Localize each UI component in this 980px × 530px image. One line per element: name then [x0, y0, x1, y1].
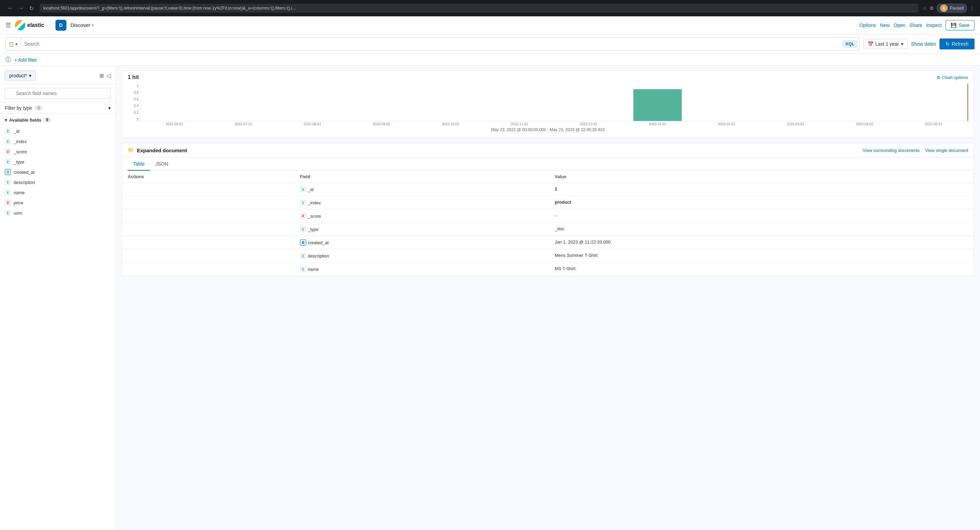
save-icon: 💾 — [951, 22, 956, 28]
y-label-1: 1 — [128, 84, 138, 88]
col-value: Value — [549, 171, 974, 183]
expanded-doc-header: 📁 Expanded document View surrounding doc… — [122, 143, 974, 158]
x-label-5: 2022-11-01 — [485, 122, 554, 126]
bar-col-9 — [761, 84, 830, 121]
sidebar-icons: ⊞ ◁ — [99, 73, 111, 79]
content-area: 1 hit ⚙ Chart options 1 0.8 0.6 0.4 0.2 … — [116, 66, 980, 530]
expanded-doc-title: 📁 Expanded document — [128, 147, 187, 153]
field-item-_score[interactable]: #_score — [0, 146, 115, 157]
available-fields-label: ▾ Available fields 9 — [5, 117, 51, 123]
refresh-button[interactable]: ↻ Refresh — [939, 38, 975, 49]
field-type-badge: t — [5, 179, 11, 185]
field-cell: # _score — [294, 210, 549, 223]
field-name: uom — [14, 210, 22, 216]
y-label-06: 0.6 — [128, 97, 138, 101]
app-name-label: Discover — [70, 22, 90, 28]
collapse-fields-icon[interactable]: ▾ — [5, 118, 7, 123]
field-name-cell: name — [308, 267, 319, 272]
x-label-0: 2022-06-01 — [140, 122, 209, 126]
url-bar[interactable] — [40, 4, 918, 13]
tab-table[interactable]: Table — [128, 158, 150, 171]
action-cell — [122, 210, 294, 223]
field-name: _type — [14, 159, 24, 164]
search-fields-input[interactable] — [5, 88, 111, 99]
chart-options-button[interactable]: ⚙ Chart options — [936, 75, 968, 80]
field-item-_id[interactable]: t_id — [0, 126, 115, 136]
hit-count: 1 hit — [128, 74, 139, 80]
field-cell: 🗓 created_at — [294, 236, 549, 249]
field-item-created_at[interactable]: 🗓created_at — [0, 167, 115, 177]
new-button[interactable]: New — [880, 22, 889, 28]
doc-tabs: Table JSON — [122, 158, 974, 171]
field-item-_type[interactable]: t_type — [0, 157, 115, 167]
index-label: product* — [9, 73, 27, 78]
app-header: ☰ elastic D Discover ▾ Options New Open … — [0, 16, 980, 34]
field-item-name[interactable]: tname — [0, 187, 115, 197]
discover-app-button[interactable]: Discover ▾ — [70, 22, 94, 28]
view-single-button[interactable]: View single document — [925, 148, 968, 153]
field-item-price[interactable]: #price — [0, 197, 115, 208]
field-type-icon: t — [300, 226, 306, 232]
kql-badge[interactable]: KQL — [842, 41, 857, 47]
app-chevron-icon: ▾ — [92, 23, 94, 28]
collapse-icon-button[interactable]: ◁ — [107, 73, 111, 79]
search-prefix[interactable]: 📋 ▾ — [6, 38, 21, 50]
add-filter-button[interactable]: + Add filter — [14, 57, 37, 63]
extension-icon[interactable]: ⚙ — [930, 5, 934, 11]
bookmark-icon[interactable]: ☆ — [923, 5, 927, 11]
action-cell — [122, 196, 294, 210]
chart-bar-active — [633, 89, 682, 121]
elastic-name: elastic — [27, 22, 44, 28]
search-input[interactable] — [21, 41, 842, 47]
action-cell — [122, 223, 294, 236]
time-chevron: ▾ — [901, 41, 904, 47]
field-name: _id — [14, 129, 19, 134]
field-item-uom[interactable]: tuom — [0, 208, 115, 218]
doc-links: View surrounding documents View single d… — [862, 148, 968, 153]
chart-options-label: Chart options — [942, 75, 968, 80]
field-name-cell: _id — [308, 187, 313, 192]
open-button[interactable]: Open — [894, 22, 905, 28]
field-cell: t _id — [294, 183, 549, 196]
menu-icon[interactable]: ⋮ — [970, 5, 975, 11]
x-label-6: 2022-12-01 — [554, 122, 623, 126]
inspect-button[interactable]: Inspect — [926, 22, 942, 28]
field-name: _index — [14, 139, 27, 144]
field-type-badge: t — [5, 138, 11, 145]
back-button[interactable]: ← — [5, 4, 15, 13]
save-button[interactable]: 💾 Save — [946, 20, 975, 30]
field-badge-inline: # _score — [300, 213, 321, 219]
value-cell: Jan 1, 2023 @ 11:22:33.000 — [549, 236, 974, 249]
y-label-02: 0.2 — [128, 111, 138, 115]
time-picker[interactable]: 📅 Last 1 year ▾ — [863, 39, 908, 49]
share-button[interactable]: Share — [910, 22, 922, 28]
options-button[interactable]: Options — [859, 22, 876, 28]
field-badge-inline: t description — [300, 253, 329, 259]
col-actions: Actions — [122, 171, 294, 183]
value-cell: Mens Summer T-Shirt — [549, 249, 974, 263]
paused-badge[interactable]: E Paused — [937, 3, 967, 13]
bar-col-2 — [278, 84, 347, 121]
available-fields-header: ▾ Available fields 9 — [0, 114, 115, 125]
field-badge-inline: t name — [300, 266, 319, 272]
reload-button[interactable]: ↻ — [27, 4, 36, 13]
field-type-icon: t — [300, 266, 306, 272]
info-icon[interactable]: ⓘ — [5, 56, 11, 64]
filter-type-row[interactable]: Filter by type 0 ▾ — [0, 102, 115, 114]
y-label-08: 0.8 — [128, 91, 138, 94]
view-surrounding-button[interactable]: View surrounding documents — [862, 148, 920, 153]
field-type-badge: # — [5, 200, 11, 206]
bar-col-0 — [140, 84, 209, 121]
grid-icon-button[interactable]: ⊞ — [99, 73, 104, 79]
hamburger-button[interactable]: ☰ — [5, 21, 11, 29]
show-dates-button[interactable]: Show dates — [911, 41, 936, 47]
search-bar: 📋 ▾ KQL 📅 Last 1 year ▾ Show dates ↻ Ref… — [0, 34, 980, 54]
action-cell — [122, 263, 294, 276]
field-type-badge: t — [5, 210, 11, 216]
tab-json[interactable]: JSON — [150, 158, 173, 171]
field-item-description[interactable]: tdescription — [0, 177, 115, 187]
field-item-_index[interactable]: t_index — [0, 136, 115, 146]
fields-list: t_idt_index#_scoret_type🗓created_attdesc… — [0, 125, 115, 530]
index-selector[interactable]: product* ▾ — [5, 70, 36, 81]
forward-button[interactable]: → — [16, 4, 26, 13]
